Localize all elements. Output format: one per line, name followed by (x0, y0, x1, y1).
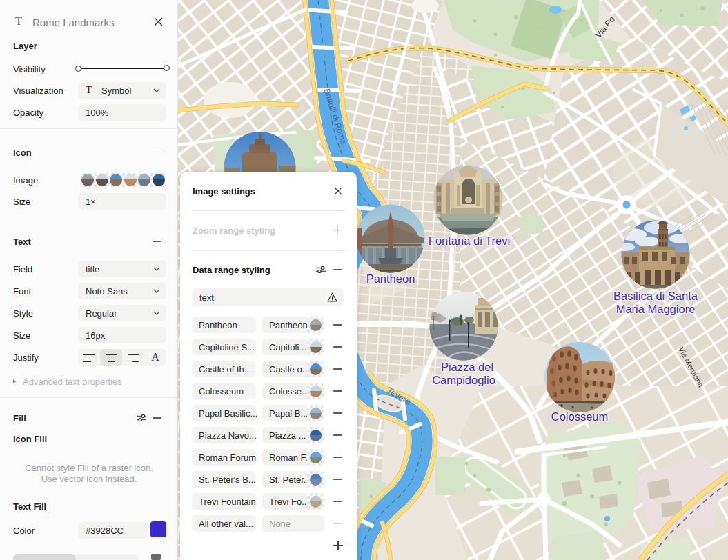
svg-text:Fontana di Trevi: Fontana di Trevi (429, 234, 510, 247)
svg-text:Pantheon: Pantheon (366, 272, 415, 285)
svg-text:Colosseum: Colosseum (551, 410, 609, 423)
svg-text:Piazza del: Piazza del (441, 361, 493, 373)
svg-text:Basilica di Santa: Basilica di Santa (613, 290, 698, 302)
svg-text:Campidoglio: Campidoglio (432, 374, 495, 386)
svg-text:Maria Maggiore: Maria Maggiore (616, 303, 696, 315)
